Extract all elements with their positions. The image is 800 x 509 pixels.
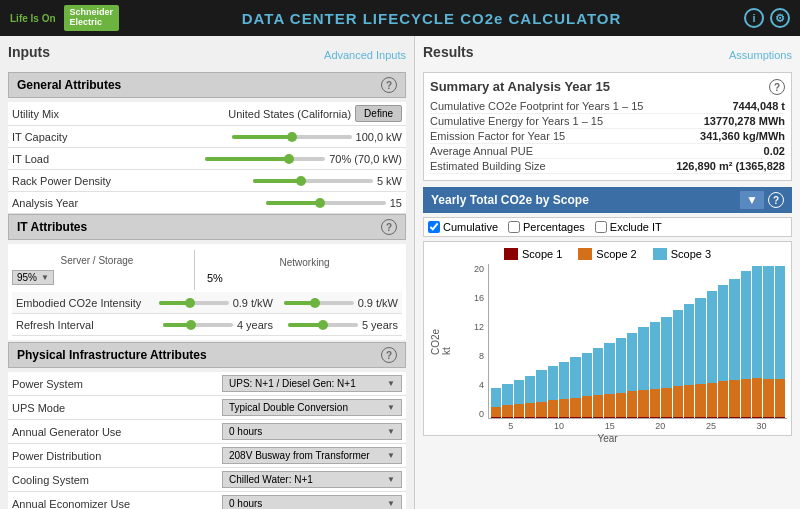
assumptions-link[interactable]: Assumptions — [729, 49, 792, 61]
analysis-year-slider[interactable] — [266, 201, 386, 205]
percentages-label: Percentages — [523, 221, 585, 233]
chart-title: Yearly Total CO2e by Scope — [431, 193, 589, 207]
percentages-checkbox[interactable] — [508, 221, 520, 233]
scope1-color — [504, 248, 518, 260]
ups-mode-dropdown[interactable]: Typical Double Conversion ▼ — [222, 399, 402, 416]
power-system-dropdown[interactable]: UPS: N+1 / Diesel Gen: N+1 ▼ — [222, 375, 402, 392]
annual-economizer-label: Annual Economizer Use — [12, 498, 152, 510]
bar-group — [673, 266, 683, 418]
refresh-interval-row: Refresh Interval 4 years — [12, 314, 402, 336]
bar-group — [514, 266, 524, 418]
summary-row-4: Estimated Building Size 126,890 m² (1365… — [430, 159, 785, 174]
percentages-checkbox-label[interactable]: Percentages — [508, 221, 585, 233]
ups-mode-label: UPS Mode — [12, 402, 152, 414]
server-embodied-slider[interactable] — [159, 301, 229, 305]
annual-economizer-dropdown[interactable]: 0 hours ▼ — [222, 495, 402, 509]
logo-area: Life Is On SchneiderElectric — [10, 5, 119, 31]
general-attributes-label: General Attributes — [17, 78, 121, 92]
results-title: Results — [423, 44, 474, 60]
summary-label-1: Cumulative Energy for Years 1 – 15 — [430, 115, 603, 127]
ups-mode-row: UPS Mode Typical Double Conversion ▼ — [8, 396, 406, 420]
bar-group — [536, 266, 546, 418]
it-capacity-row: IT Capacity 100,0 kW — [8, 126, 406, 148]
power-system-row: Power System UPS: N+1 / Diesel Gen: N+1 … — [8, 372, 406, 396]
top-bar: Life Is On SchneiderElectric DATA CENTER… — [0, 0, 800, 36]
rack-power-density-row: Rack Power Density 5 kW — [8, 170, 406, 192]
it-attributes-section: IT Attributes ? Server / Storage 95% ▼ — [8, 214, 406, 340]
physical-help-icon[interactable]: ? — [381, 347, 397, 363]
it-load-slider[interactable] — [205, 157, 325, 161]
power-distribution-row: Power Distribution 208V Busway from Tran… — [8, 444, 406, 468]
info-icon[interactable]: i — [744, 8, 764, 28]
chart-dropdown-arrow[interactable]: ▼ — [740, 191, 764, 209]
y-axis-label: CO2ekt — [430, 328, 452, 354]
summary-value-2: 341,360 kg/MWh — [700, 130, 785, 142]
embodied-co2-row: Embodied CO2e Intensity 0.9 t/kW — [12, 292, 402, 314]
annual-generator-label: Annual Generator Use — [12, 426, 152, 438]
it-load-row: IT Load 70% (70,0 kW) — [8, 148, 406, 170]
bar-group — [491, 266, 501, 418]
rack-power-label: Rack Power Density — [12, 175, 152, 187]
define-button[interactable]: Define — [355, 105, 402, 122]
net-refresh-slider[interactable] — [288, 323, 358, 327]
analysis-year-value: 15 — [390, 197, 402, 209]
net-embodied-slider[interactable] — [284, 301, 354, 305]
summary-title-text: Summary at Analysis Year 15 — [430, 79, 610, 95]
summary-row-3: Average Annual PUE 0.02 — [430, 144, 785, 159]
net-embodied-value: 0.9 t/kW — [358, 297, 398, 309]
it-capacity-value: 100,0 kW — [356, 131, 402, 143]
right-panel: Results Assumptions Summary at Analysis … — [415, 36, 800, 509]
chart-area: Scope 1 Scope 2 Scope 3 CO2ekt — [423, 241, 792, 436]
power-distribution-dropdown[interactable]: 208V Busway from Transformer ▼ — [222, 447, 402, 464]
server-storage-label: Server / Storage — [12, 255, 182, 266]
bar-group — [684, 266, 694, 418]
refresh-label: Refresh Interval — [16, 319, 156, 331]
rack-power-slider[interactable] — [253, 179, 373, 183]
bar-group — [559, 266, 569, 418]
chart-section: Yearly Total CO2e by Scope ▼ ? Cumulativ… — [423, 187, 792, 436]
bar-group — [502, 266, 512, 418]
net-refresh-value: 5 years — [362, 319, 398, 331]
scope2-label: Scope 2 — [596, 248, 636, 260]
summary-label-4: Estimated Building Size — [430, 160, 546, 172]
analysis-year-row: Analysis Year 15 — [8, 192, 406, 214]
embodied-label: Embodied CO2e Intensity — [16, 297, 156, 309]
summary-row-0: Cumulative CO2e Footprint for Years 1 – … — [430, 99, 785, 114]
top-icons: i ⚙ — [744, 8, 790, 28]
exclude-it-checkbox[interactable] — [595, 221, 607, 233]
server-pct-dropdown[interactable]: 95% ▼ — [12, 270, 54, 285]
server-refresh-slider[interactable] — [163, 323, 233, 327]
summary-value-0: 7444,048 t — [732, 100, 785, 112]
it-load-label: IT Load — [12, 153, 152, 165]
bar-group — [650, 266, 660, 418]
settings-icon[interactable]: ⚙ — [770, 8, 790, 28]
scope2-color — [578, 248, 592, 260]
y-axis: 20 16 12 8 4 0 — [468, 264, 488, 419]
scope3-color — [653, 248, 667, 260]
annual-generator-dropdown[interactable]: 0 hours ▼ — [222, 423, 402, 440]
legend-scope3: Scope 3 — [653, 248, 711, 260]
cumulative-checkbox-label[interactable]: Cumulative — [428, 221, 498, 233]
bar-group — [525, 266, 535, 418]
summary-row-2: Emission Factor for Year 15 341,360 kg/M… — [430, 129, 785, 144]
net-pct-value: 5% — [207, 272, 223, 284]
advanced-inputs-link[interactable]: Advanced Inputs — [324, 49, 406, 61]
summary-help-icon[interactable]: ? — [769, 79, 785, 95]
legend-scope1: Scope 1 — [504, 248, 562, 260]
bar-group — [752, 266, 762, 418]
it-help-icon[interactable]: ? — [381, 219, 397, 235]
chart-help-icon[interactable]: ? — [768, 192, 784, 208]
bar-group — [718, 266, 728, 418]
app-title: DATA CENTER LIFECYCLE CO2e CALCULATOR — [119, 10, 744, 27]
exclude-it-checkbox-label[interactable]: Exclude IT — [595, 221, 662, 233]
bar-group — [616, 266, 626, 418]
cumulative-checkbox[interactable] — [428, 221, 440, 233]
it-capacity-slider[interactable] — [232, 135, 352, 139]
exclude-it-label: Exclude IT — [610, 221, 662, 233]
cooling-system-dropdown[interactable]: Chilled Water: N+1 ▼ — [222, 471, 402, 488]
summary-value-4: 126,890 m² (1365,828 — [676, 160, 785, 172]
summary-value-1: 13770,278 MWh — [704, 115, 785, 127]
bar-group — [593, 266, 603, 418]
general-help-icon[interactable]: ? — [381, 77, 397, 93]
networking-label: Networking — [207, 257, 402, 268]
